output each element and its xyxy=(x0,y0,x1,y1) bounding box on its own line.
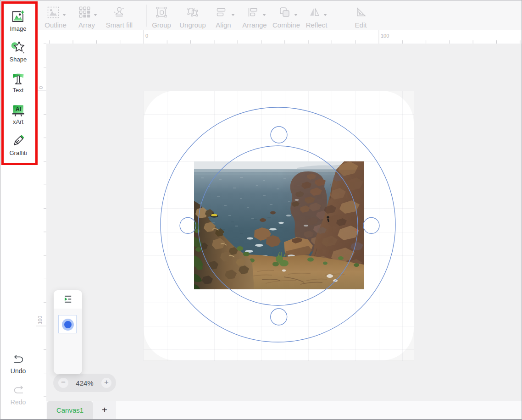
svg-text:0: 0 xyxy=(145,33,148,39)
svg-text:100: 100 xyxy=(37,316,43,324)
svg-text:0: 0 xyxy=(38,86,44,89)
svg-text:100: 100 xyxy=(381,33,389,39)
